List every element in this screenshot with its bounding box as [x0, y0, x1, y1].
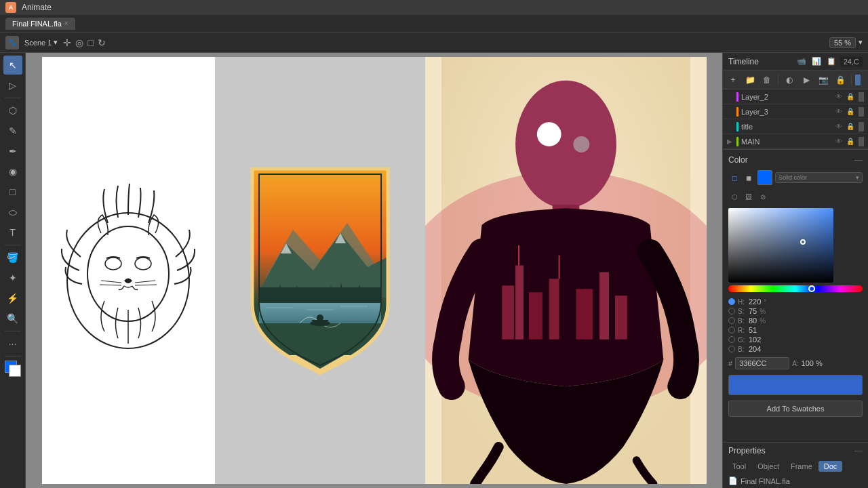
tl-chart-icon[interactable]: 📊 [810, 56, 823, 68]
zoom-dropdown-icon[interactable]: ▾ [859, 38, 863, 47]
hue-slider[interactable] [728, 285, 863, 292]
text-tool[interactable]: T [3, 223, 22, 242]
layer-icons: 👁 🔒 [834, 122, 864, 131]
add-to-swatches-button[interactable]: Add To Swatches [728, 401, 863, 417]
snap-icon[interactable]: ◎ [75, 37, 83, 48]
brightness-radio[interactable] [728, 317, 735, 324]
tab-close-icon[interactable]: × [64, 20, 68, 27]
layer-name: MAIN [741, 138, 831, 146]
hue-value: 220 [749, 298, 761, 306]
subselect-tool[interactable]: ▷ [3, 76, 22, 95]
hue-label: H: [738, 298, 746, 306]
sub-icon-2[interactable]: 🖼 [743, 190, 755, 203]
tl-blue-bar[interactable] [855, 75, 861, 85]
tl-sep-2 [851, 75, 852, 85]
layer-visibility-icon[interactable]: 👁 [834, 92, 844, 102]
layer-visibility-icon[interactable]: 👁 [834, 107, 844, 117]
layer-expand-icon[interactable]: ▶ [727, 138, 734, 145]
color-type-dropdown[interactable]: Solid color ▾ [775, 172, 863, 183]
sub-icon-3[interactable]: ⊘ [757, 190, 769, 203]
tl-lock-icon[interactable]: 🔒 [833, 73, 848, 87]
layer-lock-icon[interactable]: 🔒 [846, 122, 855, 131]
hue-radio[interactable] [728, 298, 735, 305]
eyedropper-tool[interactable]: ✦ [3, 268, 22, 287]
tab-tool[interactable]: Tool [727, 461, 751, 472]
pencil-tool[interactable]: ✒ [3, 142, 22, 161]
tl-add-layer[interactable]: + [726, 73, 741, 87]
eraser-tool[interactable]: ⚡ [3, 289, 22, 308]
layer-lock-icon[interactable]: 🔒 [846, 107, 855, 117]
tab-frame[interactable]: Frame [785, 461, 818, 472]
hue-unit: ° [764, 298, 766, 306]
color-swatch-tool[interactable] [3, 359, 22, 378]
canvas-area[interactable] [26, 53, 722, 488]
tab-doc[interactable]: Doc [818, 461, 843, 472]
free-transform-tool[interactable]: ⬡ [3, 101, 22, 120]
color-picker-handle[interactable] [800, 239, 806, 245]
layer-item[interactable]: ▶ MAIN 👁 🔒 [723, 134, 868, 149]
rect-tool[interactable]: □ [3, 182, 22, 201]
tl-video-icon[interactable]: 📹 [795, 56, 808, 68]
sub-icon-1[interactable]: ⬡ [728, 190, 741, 203]
layer-lock-icon[interactable]: 🔒 [846, 137, 855, 146]
hue-handle[interactable] [808, 285, 815, 292]
tab-object[interactable]: Object [752, 461, 785, 472]
svg-rect-38 [549, 279, 559, 339]
tl-delete-icon[interactable]: 🗑 [760, 73, 774, 87]
zoom-tool[interactable]: 🔍 [3, 309, 22, 328]
color-main-swatch[interactable] [757, 170, 772, 185]
hex-input[interactable] [735, 357, 789, 369]
color-panel-collapse-icon[interactable]: — [854, 155, 863, 165]
tl-play-icon[interactable]: ▶ [799, 73, 814, 87]
layer-icons: 👁 🔒 [834, 92, 864, 102]
tl-folder-icon[interactable]: 📁 [743, 73, 757, 87]
move-icon[interactable]: ✛ [63, 37, 71, 48]
fill-tool[interactable]: 🪣 [3, 248, 22, 267]
panel-robot [425, 57, 707, 484]
tl-camera-icon[interactable]: 📷 [816, 73, 831, 87]
prop-collapse-icon[interactable]: — [854, 446, 863, 455]
layer-visibility-icon[interactable]: 👁 [834, 137, 844, 146]
pen-tool[interactable]: ✎ [3, 121, 22, 140]
g-radio[interactable] [728, 336, 735, 343]
scene-label[interactable]: Scene 1 ▾ [24, 38, 58, 47]
layer-icons: 👁 🔒 [834, 107, 864, 117]
app-name: Animate [22, 3, 52, 12]
tl-solo-icon[interactable]: ◐ [782, 73, 797, 87]
sub-icons-row: ⬡ 🖼 ⊘ [728, 190, 863, 203]
tool-separator-3 [5, 331, 21, 331]
layer-color-indicator [736, 137, 738, 146]
oval-tool[interactable]: ⬭ [3, 203, 22, 222]
tl-list-icon[interactable]: 📋 [825, 56, 837, 68]
stroke-type-icon[interactable]: ◻ [728, 171, 741, 184]
layer-item[interactable]: title 👁 🔒 [723, 119, 868, 134]
hue-slider-wrap [728, 285, 863, 292]
sat-radio[interactable] [728, 308, 735, 314]
brightness-value: 80 [749, 317, 757, 325]
zoom-value[interactable]: 55 % [829, 37, 856, 48]
r-radio[interactable] [728, 327, 735, 333]
select-tool[interactable]: ↖ [3, 56, 22, 75]
rect-icon[interactable]: □ [87, 37, 93, 48]
more-tools[interactable]: ··· [3, 334, 22, 353]
svg-rect-36 [515, 266, 524, 340]
file-tab[interactable]: Final FINAL.fla × [5, 18, 75, 30]
color-picker-area[interactable] [728, 208, 863, 292]
panel-badge [215, 57, 425, 484]
scene-dropdown-icon[interactable]: ▾ [54, 38, 58, 47]
brush-tool[interactable]: ◉ [3, 162, 22, 181]
layer-visibility-icon[interactable]: 👁 [834, 122, 844, 131]
rotate-icon[interactable]: ↻ [98, 37, 106, 48]
fill-type-icon[interactable]: ◼ [743, 171, 755, 184]
layer-item[interactable]: Layer_3 👁 🔒 [723, 104, 868, 119]
color-panel: Color — ◻ ◼ Solid color ▾ ⬡ 🖼 ⊘ [723, 150, 868, 442]
scene-icons: ✛ ◎ □ ↻ [63, 37, 105, 48]
layer-item[interactable]: Layer_2 👁 🔒 [723, 89, 868, 104]
color-panel-title: Color [728, 155, 748, 165]
b-radio[interactable] [728, 346, 735, 352]
prop-tabs: Tool Object Frame Doc [723, 459, 868, 474]
properties-panel: Properties — Tool Object Frame Doc 📄 Fin… [723, 442, 868, 488]
layer-lock-icon[interactable]: 🔒 [846, 92, 855, 102]
color-gradient[interactable] [728, 208, 833, 283]
background-color[interactable] [9, 365, 21, 377]
